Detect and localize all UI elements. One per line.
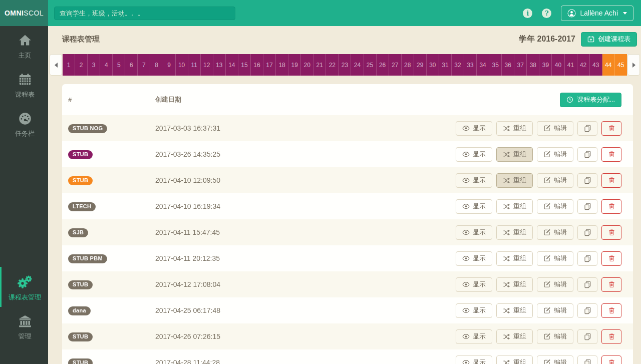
regroup-button[interactable]: 重组 — [496, 225, 533, 240]
show-button[interactable]: 显示 — [456, 251, 492, 266]
regroup-button[interactable]: 重组 — [496, 329, 533, 344]
pagination-page[interactable]: 20 — [301, 54, 313, 76]
sidebar-item-admin[interactable]: 管理 — [0, 307, 48, 346]
show-button[interactable]: 显示 — [456, 147, 492, 162]
delete-button[interactable] — [601, 225, 621, 240]
edit-button[interactable]: 编辑 — [537, 121, 573, 136]
copy-button[interactable] — [577, 251, 597, 266]
copy-button[interactable] — [577, 329, 597, 344]
pagination-page[interactable]: 39 — [539, 54, 552, 76]
copy-button[interactable] — [577, 199, 597, 214]
copy-button[interactable] — [577, 147, 597, 162]
delete-button[interactable] — [601, 251, 621, 266]
pagination-page[interactable]: 36 — [502, 54, 514, 76]
pagination-page[interactable]: 12 — [201, 54, 213, 76]
copy-button[interactable] — [577, 355, 597, 364]
pagination-page[interactable]: 22 — [326, 54, 339, 76]
copy-button[interactable] — [577, 173, 597, 188]
pagination-page[interactable]: 30 — [427, 54, 439, 76]
regroup-button[interactable]: 重组 — [496, 355, 533, 364]
info-icon[interactable]: i — [523, 9, 532, 18]
regroup-button[interactable]: 重组 — [496, 251, 533, 266]
regroup-button[interactable]: 重组 — [496, 173, 533, 188]
pagination-page[interactable]: 24 — [351, 54, 364, 76]
pagination-page[interactable]: 16 — [251, 54, 263, 76]
edit-button[interactable]: 编辑 — [537, 225, 573, 240]
pagination-page[interactable]: 32 — [452, 54, 464, 76]
sidebar-item-timetable-management[interactable]: 课程表管理 — [0, 267, 48, 307]
pagination-page[interactable]: 19 — [288, 54, 301, 76]
regroup-button[interactable]: 重组 — [496, 277, 533, 292]
search-input[interactable] — [54, 7, 235, 20]
edit-button[interactable]: 编辑 — [537, 303, 573, 318]
user-menu-button[interactable]: Lallène Achi — [561, 6, 633, 21]
copy-button[interactable] — [577, 303, 597, 318]
create-timetable-button[interactable]: 创建课程表 — [581, 32, 637, 47]
regroup-button[interactable]: 重组 — [496, 199, 533, 214]
pagination-page[interactable]: 14 — [226, 54, 238, 76]
pagination-page[interactable]: 13 — [213, 54, 226, 76]
regroup-button[interactable]: 重组 — [496, 303, 533, 318]
pagination-page[interactable]: 26 — [377, 54, 389, 76]
pagination-page[interactable]: 17 — [263, 54, 276, 76]
pagination-page[interactable]: 43 — [590, 54, 602, 76]
edit-button[interactable]: 编辑 — [537, 173, 573, 188]
pagination-page[interactable]: 1 — [63, 54, 75, 76]
delete-button[interactable] — [601, 355, 621, 364]
pagination-page[interactable]: 31 — [439, 54, 452, 76]
pagination-page[interactable]: 35 — [489, 54, 502, 76]
pagination-page[interactable]: 10 — [176, 54, 188, 76]
pagination-page[interactable]: 37 — [514, 54, 527, 76]
edit-button[interactable]: 编辑 — [537, 199, 573, 214]
pagination-page[interactable]: 42 — [577, 54, 590, 76]
copy-button[interactable] — [577, 277, 597, 292]
pagination-page[interactable]: 18 — [276, 54, 288, 76]
pagination-page[interactable]: 29 — [414, 54, 427, 76]
delete-button[interactable] — [601, 277, 621, 292]
pagination-next-button[interactable] — [627, 54, 640, 76]
pagination-page[interactable]: 7 — [138, 54, 150, 76]
copy-button[interactable] — [577, 121, 597, 136]
pagination-page[interactable]: 9 — [163, 54, 176, 76]
delete-button[interactable] — [601, 121, 621, 136]
pagination-page[interactable]: 40 — [552, 54, 564, 76]
sidebar-item-home[interactable]: 主页 — [0, 26, 48, 65]
edit-button[interactable]: 编辑 — [537, 251, 573, 266]
regroup-button[interactable]: 重组 — [496, 147, 533, 162]
delete-button[interactable] — [601, 329, 621, 344]
show-button[interactable]: 显示 — [456, 225, 492, 240]
sidebar-item-tasks[interactable]: 任务栏 — [0, 104, 48, 143]
pagination-page[interactable]: 28 — [402, 54, 414, 76]
delete-button[interactable] — [601, 147, 621, 162]
show-button[interactable]: 显示 — [456, 199, 492, 214]
pagination-page[interactable]: 41 — [565, 54, 577, 76]
pagination-page[interactable]: 33 — [464, 54, 477, 76]
pagination-page[interactable]: 2 — [75, 54, 88, 76]
copy-button[interactable] — [577, 225, 597, 240]
pagination-page[interactable]: 45 — [615, 54, 627, 76]
pagination-page[interactable]: 6 — [125, 54, 138, 76]
edit-button[interactable]: 编辑 — [537, 329, 573, 344]
edit-button[interactable]: 编辑 — [537, 277, 573, 292]
pagination-page[interactable]: 11 — [188, 54, 201, 76]
show-button[interactable]: 显示 — [456, 303, 492, 318]
pagination-page[interactable]: 8 — [150, 54, 163, 76]
regroup-button[interactable]: 重组 — [496, 121, 533, 136]
edit-button[interactable]: 编辑 — [537, 355, 573, 364]
show-button[interactable]: 显示 — [456, 355, 492, 364]
edit-button[interactable]: 编辑 — [537, 147, 573, 162]
pagination-page[interactable]: 38 — [527, 54, 539, 76]
delete-button[interactable] — [601, 199, 621, 214]
pagination-page[interactable]: 23 — [339, 54, 351, 76]
delete-button[interactable] — [601, 173, 621, 188]
show-button[interactable]: 显示 — [456, 329, 492, 344]
pagination-page[interactable]: 44 — [602, 54, 615, 76]
pagination-page[interactable]: 15 — [238, 54, 251, 76]
pagination-page[interactable]: 5 — [113, 54, 125, 76]
pagination-prev-button[interactable] — [50, 54, 62, 76]
pagination-page[interactable]: 3 — [88, 54, 100, 76]
help-icon[interactable]: ? — [542, 9, 551, 18]
pagination-page[interactable]: 4 — [100, 54, 113, 76]
delete-button[interactable] — [601, 303, 621, 318]
sidebar-item-timetable[interactable]: 课程表 — [0, 65, 48, 104]
